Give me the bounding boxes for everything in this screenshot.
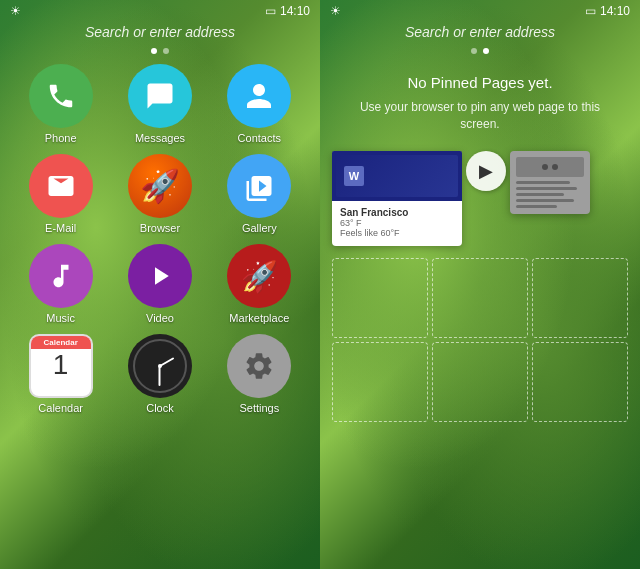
no-pinned-desc: Use your browser to pin any web page to …	[340, 99, 620, 133]
app-item-music[interactable]: Music	[16, 244, 105, 324]
app-item-email[interactable]: E-Mail	[16, 154, 105, 234]
dashed-cell-6[interactable]	[532, 342, 628, 422]
widget-header: W	[332, 151, 462, 201]
widget2-lines	[516, 181, 584, 208]
app-item-video[interactable]: Video	[115, 244, 204, 324]
right-search-bar[interactable]: Search or enter address	[336, 24, 624, 40]
right-page-dots	[320, 48, 640, 54]
weather-city: San Francisco	[340, 207, 454, 218]
widget2-line1	[516, 181, 570, 184]
widget2-top	[516, 157, 584, 177]
weather-temp: 63° F	[340, 218, 454, 228]
left-dot-2[interactable]	[163, 48, 169, 54]
dashed-row-2	[332, 342, 628, 422]
music-icon-bg	[29, 244, 93, 308]
app-item-browser[interactable]: 🚀 Browser	[115, 154, 204, 234]
dashed-cell-1[interactable]	[332, 258, 428, 338]
app-list-widget[interactable]	[510, 151, 590, 214]
no-pinned-title: No Pinned Pages yet.	[340, 74, 620, 91]
browser-label: Browser	[140, 222, 180, 234]
battery-icon: ▭	[265, 4, 276, 18]
phone-label: Phone	[45, 132, 77, 144]
weather-widget[interactable]: W San Francisco 63° F Feels like 60°F	[332, 151, 462, 246]
left-time: 14:10	[280, 4, 310, 18]
calendar-icon-bg: Calendar 1	[29, 334, 93, 398]
gallery-label: Gallery	[242, 222, 277, 234]
dashed-cell-2[interactable]	[432, 258, 528, 338]
app-item-calendar[interactable]: Calendar 1 Calendar	[16, 334, 105, 414]
widget2-line4	[516, 199, 574, 202]
settings-icon-bg	[227, 334, 291, 398]
left-dot-1[interactable]	[151, 48, 157, 54]
app-item-messages[interactable]: Messages	[115, 64, 204, 144]
app-item-clock[interactable]: Clock	[115, 334, 204, 414]
right-phone-screen: ☀ ▭ 14:10 Search or enter address No Pin…	[320, 0, 640, 569]
widget2-line5	[516, 205, 557, 208]
app-item-marketplace[interactable]: 🚀 Marketplace	[215, 244, 304, 324]
messages-icon-bg	[128, 64, 192, 128]
right-dot-1[interactable]	[471, 48, 477, 54]
video-label: Video	[146, 312, 174, 324]
video-icon-bg	[128, 244, 192, 308]
email-icon-bg	[29, 154, 93, 218]
right-dot-2[interactable]	[483, 48, 489, 54]
left-phone-screen: ☀ ▭ 14:10 Search or enter address Phone …	[0, 0, 320, 569]
clock-icon-bg	[128, 334, 192, 398]
left-search-text: Search or enter address	[85, 24, 235, 40]
dashed-cell-5[interactable]	[432, 342, 528, 422]
browser-icon-bg: 🚀	[128, 154, 192, 218]
right-arrow-icon: ▶	[466, 151, 506, 191]
dashed-row-1	[332, 258, 628, 338]
app-item-contacts[interactable]: Contacts	[215, 64, 304, 144]
marketplace-icon-bg: 🚀	[227, 244, 291, 308]
contacts-label: Contacts	[238, 132, 281, 144]
dashed-cell-4[interactable]	[332, 342, 428, 422]
right-sun-icon: ☀	[330, 4, 341, 18]
right-time: 14:10	[600, 4, 630, 18]
marketplace-label: Marketplace	[229, 312, 289, 324]
widget2-line2	[516, 187, 577, 190]
no-pinned-section: No Pinned Pages yet. Use your browser to…	[320, 64, 640, 143]
left-app-grid: Phone Messages Contacts E-Mail	[0, 64, 320, 414]
widget2-dot2	[552, 164, 558, 170]
right-status-icons-left: ☀	[330, 4, 341, 18]
right-battery-icon: ▭	[585, 4, 596, 18]
contacts-icon-bg	[227, 64, 291, 128]
dashed-cell-3[interactable]	[532, 258, 628, 338]
gallery-icon-bg	[227, 154, 291, 218]
phone-icon-bg	[29, 64, 93, 128]
app-item-phone[interactable]: Phone	[16, 64, 105, 144]
widget2-dot1	[542, 164, 548, 170]
widget-area: W San Francisco 63° F Feels like 60°F ▶	[320, 143, 640, 254]
left-status-right: ▭ 14:10	[265, 4, 310, 18]
messages-label: Messages	[135, 132, 185, 144]
music-label: Music	[46, 312, 75, 324]
right-search-text: Search or enter address	[405, 24, 555, 40]
right-status-bar: ☀ ▭ 14:10	[320, 0, 640, 22]
weather-feels-like: Feels like 60°F	[340, 228, 454, 238]
left-page-dots	[0, 48, 320, 54]
left-status-bar: ☀ ▭ 14:10	[0, 0, 320, 22]
dashed-grid	[320, 254, 640, 430]
left-search-bar[interactable]: Search or enter address	[16, 24, 304, 40]
app-item-settings[interactable]: Settings	[215, 334, 304, 414]
sun-icon: ☀	[10, 4, 21, 18]
email-label: E-Mail	[45, 222, 76, 234]
app-item-gallery[interactable]: Gallery	[215, 154, 304, 234]
clock-label: Clock	[146, 402, 174, 414]
widget-w-letter: W	[344, 166, 364, 186]
settings-label: Settings	[239, 402, 279, 414]
left-status-icons: ☀	[10, 4, 21, 18]
right-status-right: ▭ 14:10	[585, 4, 630, 18]
calendar-label: Calendar	[38, 402, 83, 414]
widget2-line3	[516, 193, 564, 196]
